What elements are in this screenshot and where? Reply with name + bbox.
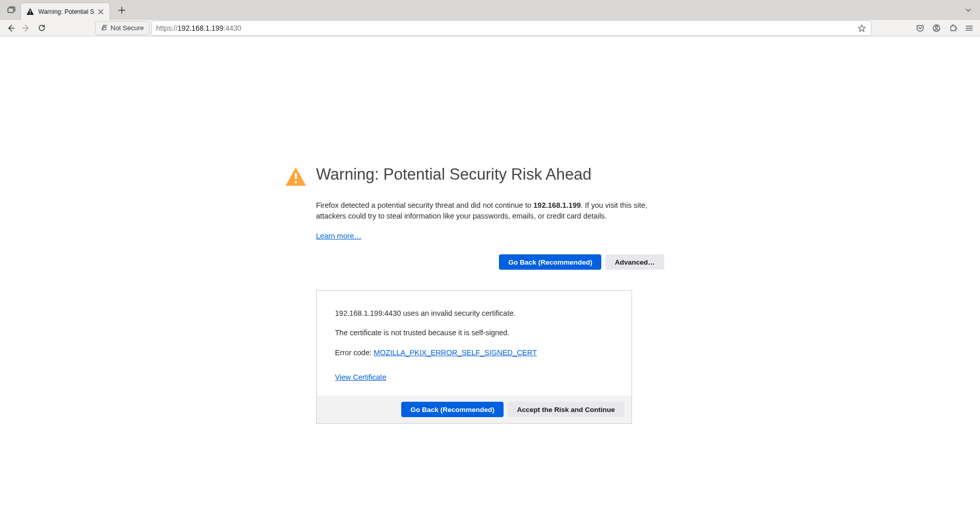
url-text: https://192.168.1.199:4430 bbox=[155, 24, 856, 32]
browser-tab[interactable]: Warning: Potential Security Risk Ahead bbox=[20, 3, 110, 20]
toolbar-right bbox=[912, 21, 977, 35]
plus-icon bbox=[118, 7, 125, 14]
urlbar-container: Not Secure https://192.168.1.199:4430 bbox=[95, 20, 872, 36]
list-all-tabs-button[interactable] bbox=[961, 3, 976, 18]
arrow-right-icon bbox=[22, 24, 30, 32]
account-icon bbox=[932, 24, 941, 32]
advanced-footer: Go Back (Recommended) Accept the Risk an… bbox=[317, 396, 631, 423]
reload-icon bbox=[38, 24, 46, 32]
tab-close-button[interactable] bbox=[96, 7, 105, 16]
advanced-body: 192.168.1.199:4430 uses an invalid secur… bbox=[317, 291, 631, 396]
tab-title: Warning: Potential Security Risk Ahead bbox=[38, 8, 94, 15]
save-to-pocket-button[interactable] bbox=[912, 21, 928, 35]
puzzle-icon bbox=[949, 24, 957, 32]
back-button[interactable] bbox=[3, 21, 18, 35]
hamburger-icon bbox=[965, 24, 973, 32]
svg-rect-0 bbox=[8, 8, 14, 13]
advanced-button[interactable]: Advanced… bbox=[605, 254, 664, 270]
error-code-line: Error code: MOZILLA_PKIX_ERROR_SELF_SIGN… bbox=[335, 348, 613, 358]
close-icon bbox=[98, 9, 103, 14]
error-description: Firefox detected a potential security th… bbox=[316, 200, 664, 222]
pocket-icon bbox=[916, 24, 924, 32]
advanced-panel: 192.168.1.199:4430 uses an invalid secur… bbox=[316, 290, 632, 424]
recent-browsing-icon bbox=[7, 6, 15, 14]
url-bar[interactable]: https://192.168.1.199:4430 bbox=[151, 20, 872, 36]
forward-button[interactable] bbox=[18, 21, 34, 35]
learn-more-link[interactable]: Learn more… bbox=[316, 232, 362, 240]
nav-toolbar: Not Secure https://192.168.1.199:4430 bbox=[0, 20, 980, 36]
account-button[interactable] bbox=[929, 21, 944, 35]
error-code-link[interactable]: MOZILLA_PKIX_ERROR_SELF_SIGNED_CERT bbox=[374, 349, 537, 357]
cert-invalid-text: 192.168.1.199:4430 uses an invalid secur… bbox=[335, 308, 613, 318]
go-back-button[interactable]: Go Back (Recommended) bbox=[499, 254, 601, 270]
arrow-left-icon bbox=[7, 24, 15, 32]
extensions-button[interactable] bbox=[945, 21, 961, 35]
error-page: Warning: Potential Security Risk Ahead F… bbox=[316, 165, 664, 521]
chevron-down-icon bbox=[965, 7, 971, 13]
accept-risk-button[interactable]: Accept the Risk and Continue bbox=[508, 402, 624, 417]
svg-point-5 bbox=[935, 26, 938, 28]
warning-triangle-icon bbox=[285, 166, 307, 188]
security-label: Not Secure bbox=[111, 24, 144, 32]
reload-button[interactable] bbox=[34, 21, 49, 35]
bookmark-button[interactable] bbox=[856, 24, 868, 32]
recent-browsing-button[interactable] bbox=[4, 3, 18, 17]
content-area: Warning: Potential Security Risk Ahead F… bbox=[0, 36, 980, 521]
svg-rect-2 bbox=[30, 13, 31, 14]
svg-rect-1 bbox=[30, 10, 31, 12]
go-back-button-2[interactable]: Go Back (Recommended) bbox=[401, 402, 504, 417]
app-menu-button[interactable] bbox=[962, 21, 977, 35]
lock-slash-icon bbox=[101, 24, 107, 32]
warning-favicon-icon bbox=[26, 8, 34, 16]
svg-rect-6 bbox=[295, 173, 297, 179]
primary-button-row: Go Back (Recommended) Advanced… bbox=[316, 254, 664, 270]
security-indicator[interactable]: Not Secure bbox=[95, 21, 149, 35]
cert-selfsigned-text: The certificate is not trusted because i… bbox=[335, 328, 613, 338]
tab-strip: Warning: Potential Security Risk Ahead bbox=[0, 0, 980, 20]
svg-point-7 bbox=[294, 181, 297, 184]
star-icon bbox=[858, 24, 866, 32]
view-certificate-link[interactable]: View Certificate bbox=[335, 373, 386, 381]
new-tab-button[interactable] bbox=[114, 3, 129, 18]
error-title: Warning: Potential Security Risk Ahead bbox=[316, 165, 664, 184]
